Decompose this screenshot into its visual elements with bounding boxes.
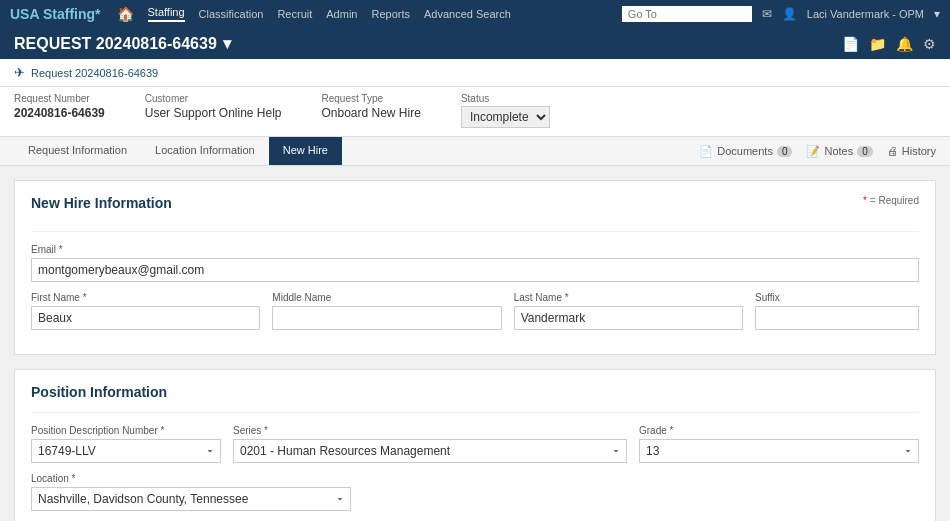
nav-link-staffing[interactable]: Staffing bbox=[148, 6, 185, 22]
required-note-text: = Required bbox=[870, 195, 919, 206]
goto-search[interactable] bbox=[622, 6, 752, 22]
request-number-label: Request Number bbox=[14, 93, 105, 104]
brand-logo: USA Staffing* bbox=[10, 6, 101, 22]
nav-link-classification[interactable]: Classification bbox=[199, 8, 264, 20]
tabs-right: 📄 Documents 0 📝 Notes 0 🖨 History bbox=[699, 145, 936, 158]
nav-links: 🏠 Staffing Classification Recruit Admin … bbox=[117, 6, 511, 22]
request-type-value: Onboard New Hire bbox=[322, 106, 421, 120]
request-header: REQUEST 20240816-64639 ▾ 📄 📁 🔔 ⚙ bbox=[0, 28, 950, 59]
location-group: Location * Nashville, Davidson County, T… bbox=[31, 473, 351, 511]
documents-icon: 📄 bbox=[699, 145, 713, 158]
status-field: Status Incomplete Complete bbox=[461, 93, 550, 128]
suffix-group: Suffix bbox=[755, 292, 919, 330]
series-label: Series * bbox=[233, 425, 627, 436]
position-number-label: Position Description Number * bbox=[31, 425, 221, 436]
new-hire-section: New Hire Information * = Required Email … bbox=[14, 180, 936, 355]
mail-icon[interactable]: ✉ bbox=[762, 7, 772, 21]
grade-label: Grade * bbox=[639, 425, 919, 436]
brand-name: USA Staffing bbox=[10, 6, 95, 22]
request-id: REQUEST 20240816-64639 ▾ bbox=[14, 34, 231, 53]
main-content: New Hire Information * = Required Email … bbox=[0, 166, 950, 521]
user-icon[interactable]: 👤 bbox=[782, 7, 797, 21]
header-bell-icon[interactable]: 🔔 bbox=[896, 36, 913, 52]
required-note: * = Required bbox=[863, 195, 919, 206]
grade-group: Grade * 13 bbox=[639, 425, 919, 463]
first-name-label: First Name * bbox=[31, 292, 260, 303]
tab-request-information[interactable]: Request Information bbox=[14, 137, 141, 165]
request-id-text: REQUEST 20240816-64639 bbox=[14, 35, 217, 53]
email-label: Email * bbox=[31, 244, 919, 255]
last-name-input[interactable] bbox=[514, 306, 743, 330]
request-header-icons: 📄 📁 🔔 ⚙ bbox=[842, 36, 936, 52]
position-number-group: Position Description Number * 16749-LLV bbox=[31, 425, 221, 463]
nav-right: ✉ 👤 Laci Vandermark - OPM ▾ bbox=[622, 6, 940, 22]
nav-home-icon[interactable]: 🏠 bbox=[117, 6, 134, 22]
position-section-title: Position Information bbox=[31, 384, 919, 400]
history-button[interactable]: 🖨 History bbox=[887, 145, 936, 157]
position-row: Position Description Number * 16749-LLV … bbox=[31, 425, 919, 463]
series-select[interactable]: 0201 - Human Resources Management bbox=[233, 439, 627, 463]
first-name-input[interactable] bbox=[31, 306, 260, 330]
request-type-label: Request Type bbox=[322, 93, 421, 104]
status-select[interactable]: Incomplete Complete bbox=[461, 106, 550, 128]
suffix-label: Suffix bbox=[755, 292, 919, 303]
position-section: Position Information Position Descriptio… bbox=[14, 369, 936, 521]
notes-count: 0 bbox=[857, 146, 873, 157]
request-dropdown-icon[interactable]: ▾ bbox=[223, 34, 231, 53]
series-group: Series * 0201 - Human Resources Manageme… bbox=[233, 425, 627, 463]
documents-count: 0 bbox=[777, 146, 793, 157]
request-number-field: Request Number 20240816-64639 bbox=[14, 93, 105, 128]
email-row: Email * bbox=[31, 244, 919, 282]
history-icon: 🖨 bbox=[887, 145, 898, 157]
user-label: Laci Vandermark - OPM bbox=[807, 8, 924, 20]
request-number-value: 20240816-64639 bbox=[14, 106, 105, 120]
customer-label: Customer bbox=[145, 93, 282, 104]
request-type-field: Request Type Onboard New Hire bbox=[322, 93, 421, 128]
breadcrumb: ✈ Request 20240816-64639 bbox=[0, 59, 950, 87]
header-doc-icon[interactable]: 📄 bbox=[842, 36, 859, 52]
notes-button[interactable]: 📝 Notes 0 bbox=[806, 145, 872, 158]
breadcrumb-icon: ✈ bbox=[14, 65, 25, 80]
documents-label: Documents bbox=[717, 145, 773, 157]
customer-field: Customer User Support Online Help bbox=[145, 93, 282, 128]
name-row: First Name * Middle Name Last Name * Suf… bbox=[31, 292, 919, 330]
top-navigation: USA Staffing* 🏠 Staffing Classification … bbox=[0, 0, 950, 28]
notes-label: Notes bbox=[824, 145, 853, 157]
header-settings-icon[interactable]: ⚙ bbox=[923, 36, 936, 52]
new-hire-section-title: New Hire Information bbox=[31, 195, 172, 211]
notes-icon: 📝 bbox=[806, 145, 820, 158]
last-name-label: Last Name * bbox=[514, 292, 743, 303]
grade-select[interactable]: 13 bbox=[639, 439, 919, 463]
header-folder-icon[interactable]: 📁 bbox=[869, 36, 886, 52]
last-name-group: Last Name * bbox=[514, 292, 743, 330]
documents-button[interactable]: 📄 Documents 0 bbox=[699, 145, 792, 158]
nav-link-reports[interactable]: Reports bbox=[371, 8, 410, 20]
tabs-row: Request Information Location Information… bbox=[0, 137, 950, 166]
tab-new-hire[interactable]: New Hire bbox=[269, 137, 342, 165]
tabs-left: Request Information Location Information… bbox=[14, 137, 342, 165]
nav-left: USA Staffing* 🏠 Staffing Classification … bbox=[10, 6, 511, 22]
location-select[interactable]: Nashville, Davidson County, Tennessee bbox=[31, 487, 351, 511]
middle-name-input[interactable] bbox=[272, 306, 501, 330]
middle-name-group: Middle Name bbox=[272, 292, 501, 330]
breadcrumb-text[interactable]: Request 20240816-64639 bbox=[31, 67, 158, 79]
middle-name-label: Middle Name bbox=[272, 292, 501, 303]
suffix-input[interactable] bbox=[755, 306, 919, 330]
location-label: Location * bbox=[31, 473, 351, 484]
nav-link-recruit[interactable]: Recruit bbox=[277, 8, 312, 20]
user-dropdown-icon[interactable]: ▾ bbox=[934, 7, 940, 21]
info-row: Request Number 20240816-64639 Customer U… bbox=[0, 87, 950, 137]
email-group: Email * bbox=[31, 244, 919, 282]
email-input[interactable] bbox=[31, 258, 919, 282]
first-name-group: First Name * bbox=[31, 292, 260, 330]
nav-link-admin[interactable]: Admin bbox=[326, 8, 357, 20]
history-label: History bbox=[902, 145, 936, 157]
location-row: Location * Nashville, Davidson County, T… bbox=[31, 473, 919, 511]
position-number-select[interactable]: 16749-LLV bbox=[31, 439, 221, 463]
customer-value: User Support Online Help bbox=[145, 106, 282, 120]
status-label: Status bbox=[461, 93, 550, 104]
nav-link-advanced-search[interactable]: Advanced Search bbox=[424, 8, 511, 20]
tab-location-information[interactable]: Location Information bbox=[141, 137, 269, 165]
